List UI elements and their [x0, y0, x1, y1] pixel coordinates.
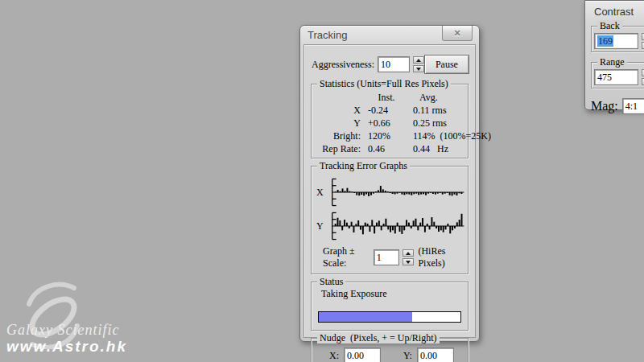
statistics-table: Inst. Avg. X -0.24 0.11 rms Y +0.66 0.25…: [315, 92, 464, 155]
nudge-x-input[interactable]: 0.00: [344, 348, 381, 362]
graph-scale-units: (HiRes Pixels): [418, 245, 464, 269]
tracking-title: Tracking: [308, 29, 347, 41]
y-graph-label: Y: [315, 220, 325, 232]
back-input[interactable]: 169: [594, 33, 638, 49]
x-graph-label: X: [315, 187, 325, 199]
stats-row-label: Y: [315, 117, 365, 130]
back-group: Back 169: [591, 26, 644, 52]
mag-input[interactable]: 4:1: [622, 98, 644, 114]
stats-row-inst: 0.46: [365, 143, 408, 155]
exposure-progress-bar: [318, 311, 461, 323]
nudge-y-input[interactable]: 0.00: [417, 348, 454, 362]
status-group: Status Taking Exposure: [311, 282, 469, 331]
graph-scale-label: Graph ± Scale:: [323, 245, 370, 269]
nudge-group: Nudge (Pixels, + = Up/Right) X: 0.00 Y: …: [311, 338, 469, 362]
stats-row-label: X: [315, 105, 365, 117]
y-tracking-error-graph: [325, 210, 464, 242]
nudge-x-label: X:: [329, 350, 339, 362]
desktop: { "watermark": { "line1": "Galaxy Scient…: [0, 0, 644, 362]
stats-row-label: Rep Rate:: [315, 143, 365, 155]
mag-label: Mag:: [591, 99, 618, 113]
contrast-title: Contrast: [594, 6, 644, 18]
exposure-progress-fill: [319, 312, 412, 322]
back-value-selected: 169: [597, 35, 613, 47]
aggressiveness-spin-up[interactable]: [413, 56, 424, 64]
aggressiveness-spinner: [413, 56, 424, 72]
stats-col-avg: Avg.: [408, 92, 491, 104]
arrow-down-icon: [406, 261, 411, 264]
graph-scale-spin-down[interactable]: [402, 258, 414, 265]
stats-row-label: Bright:: [315, 130, 365, 142]
contrast-panel: Contrast Back 169 Range 475 Mag: 4:1: [584, 0, 644, 110]
stats-row-avg: 114% (100%=25K): [408, 130, 491, 142]
tracking-client-area: Aggressiveness: 10 Pause Statistics (Uni…: [303, 44, 476, 338]
nudge-group-title: Nudge (Pixels, + = Up/Right): [317, 332, 440, 343]
x-tracking-error-graph: [325, 176, 464, 208]
stats-row-avg: 0.25 rms: [408, 117, 491, 130]
arrow-down-icon: [416, 68, 421, 71]
stats-col-inst: Inst.: [365, 92, 408, 104]
back-group-title: Back: [597, 20, 622, 31]
statistics-group: Statistics (Units=Full Res Pixels) Inst.…: [311, 84, 469, 158]
aggressiveness-label: Aggressiveness:: [312, 59, 374, 71]
status-text: Taking Exposure: [321, 288, 464, 300]
stats-row-avg: 0.44 Hz: [408, 143, 491, 155]
stats-row-inst: +0.66: [365, 117, 408, 130]
nudge-y-label: Y:: [403, 350, 412, 362]
aggressiveness-input[interactable]: 10: [378, 56, 410, 72]
stats-row-inst: -0.24: [365, 105, 408, 117]
error-graphs-group: Tracking Error Graphs X Y Graph ± Scale:…: [311, 166, 469, 274]
error-graphs-group-title: Tracking Error Graphs: [317, 160, 410, 171]
graph-scale-spin-up[interactable]: [402, 249, 414, 257]
watermark-line2: www.Astro.hk: [6, 338, 127, 356]
galaxy-logo-icon: [16, 282, 90, 349]
range-group: Range 475: [591, 62, 644, 88]
range-input[interactable]: 475: [594, 69, 638, 85]
graph-scale-spinner: [402, 249, 414, 265]
stats-row-avg: 0.11 rms: [408, 105, 491, 117]
watermark-line1: Galaxy Scientific: [6, 322, 119, 339]
close-button[interactable]: ✕: [442, 26, 473, 41]
tracking-titlebar[interactable]: Tracking ✕: [300, 26, 479, 44]
graph-scale-input[interactable]: 1: [374, 249, 400, 265]
stats-row-inst: 120%: [365, 130, 408, 142]
range-group-title: Range: [597, 56, 627, 68]
close-icon: ✕: [453, 28, 460, 39]
arrow-up-icon: [416, 59, 421, 62]
pause-button[interactable]: Pause: [424, 55, 469, 74]
aggressiveness-spin-down[interactable]: [413, 65, 424, 72]
arrow-up-icon: [406, 252, 411, 255]
statistics-group-title: Statistics (Units=Full Res Pixels): [317, 78, 451, 89]
tracking-dialog: Tracking ✕ Aggressiveness: 10 Pause Stat…: [299, 25, 480, 342]
status-group-title: Status: [317, 276, 345, 287]
